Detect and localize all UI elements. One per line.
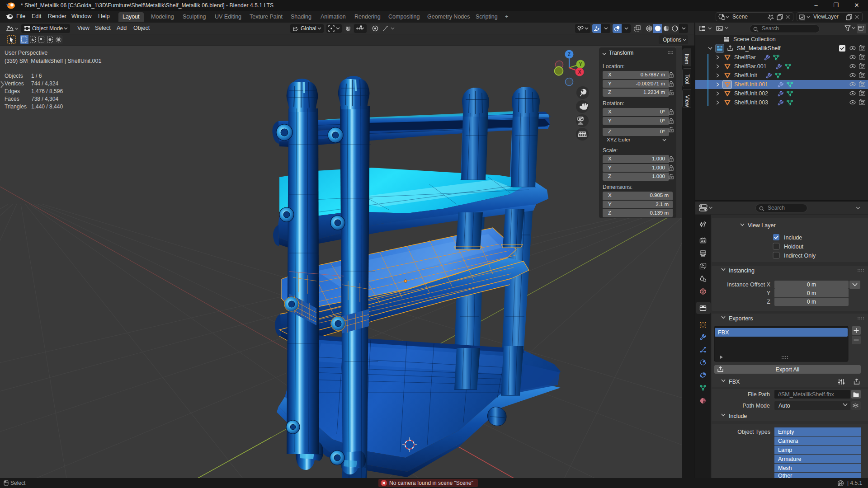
svg-text:Armature: Armature (778, 456, 801, 462)
svg-text:Indirect Only: Indirect Only (784, 253, 816, 259)
svg-text:Auto: Auto (778, 403, 790, 409)
svg-text:Exporters: Exporters (729, 315, 753, 322)
svg-text:Z: Z (568, 52, 571, 57)
svg-text:Export All: Export All (776, 366, 800, 373)
svg-text:0 m: 0 m (807, 290, 816, 296)
svg-text:Instance Offset X: Instance Offset X (727, 282, 770, 288)
svg-text:File Path: File Path (748, 391, 770, 398)
svg-text:Y: Y (767, 290, 771, 296)
svg-text:Lamp: Lamp (778, 447, 792, 453)
svg-text:View Layer: View Layer (748, 222, 776, 229)
svg-text:Y: Y (579, 62, 582, 67)
svg-text:Z: Z (767, 299, 770, 305)
svg-text://SM_MetallikShelf.fbx: //SM_MetallikShelf.fbx (778, 391, 834, 398)
svg-text:Other: Other (778, 473, 792, 478)
svg-text:Camera: Camera (778, 438, 798, 444)
svg-text:Include: Include (784, 235, 802, 241)
svg-text:Object Types: Object Types (737, 429, 770, 435)
svg-text:X: X (578, 70, 581, 75)
svg-text:Empty: Empty (778, 429, 794, 435)
svg-text:0 m: 0 m (807, 299, 816, 305)
svg-text:Path Mode: Path Mode (743, 403, 770, 409)
svg-text:FBX: FBX (729, 379, 740, 385)
svg-text:Instancing: Instancing (729, 267, 755, 274)
svg-text:Mesh: Mesh (778, 465, 792, 471)
svg-text:Holdout: Holdout (784, 244, 804, 250)
svg-text:FBX: FBX (718, 329, 729, 336)
svg-text:Include: Include (729, 413, 747, 419)
svg-text:0 m: 0 m (807, 282, 816, 288)
